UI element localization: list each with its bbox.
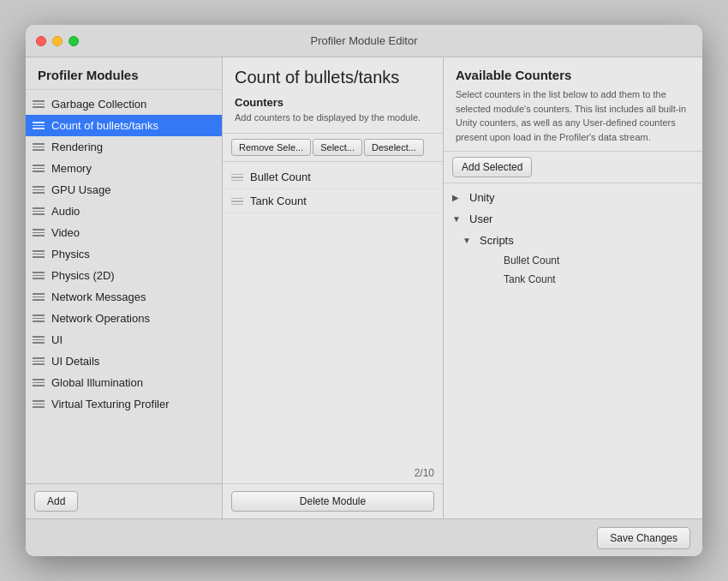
counter-list: Bullet Count Tank Count bbox=[223, 162, 443, 464]
module-item-network-operations[interactable]: Network Operations bbox=[26, 308, 222, 329]
left-panel: Profiler Modules Garbage Collection Coun… bbox=[26, 57, 223, 518]
delete-module-button[interactable]: Delete Module bbox=[231, 491, 434, 512]
module-item-audio[interactable]: Audio bbox=[26, 201, 222, 222]
module-item-gpu-usage[interactable]: GPU Usage bbox=[26, 179, 222, 201]
module-label: Garbage Collection bbox=[51, 98, 146, 111]
tank-count-label: Tank Count bbox=[504, 273, 556, 285]
module-item-video[interactable]: Video bbox=[26, 222, 222, 243]
module-label: Physics (2D) bbox=[51, 269, 115, 282]
module-label: Network Operations bbox=[51, 312, 150, 325]
module-item-global-illumination[interactable]: Global Illumination bbox=[26, 372, 222, 393]
drag-handle-icon bbox=[33, 293, 45, 301]
unity-expand-icon bbox=[452, 193, 466, 202]
profiler-modules-header: Profiler Modules bbox=[26, 57, 222, 90]
module-item-physics[interactable]: Physics bbox=[26, 243, 222, 265]
save-changes-button[interactable]: Save Changes bbox=[597, 527, 690, 549]
module-item-ui[interactable]: UI bbox=[26, 329, 222, 350]
module-label: Count of bullets/tanks bbox=[51, 119, 158, 132]
tree-item-user[interactable]: User bbox=[444, 208, 702, 230]
module-item-network-messages[interactable]: Network Messages bbox=[26, 286, 222, 308]
module-label: UI bbox=[51, 333, 63, 346]
counter-toolbar: Remove Sele... Select... Deselect... bbox=[223, 134, 443, 162]
right-toolbar: Add Selected bbox=[444, 152, 702, 183]
deselect-button[interactable]: Deselect... bbox=[364, 139, 424, 156]
unity-label: Unity bbox=[469, 191, 495, 204]
module-label: Physics bbox=[51, 248, 90, 261]
drag-handle-icon bbox=[33, 357, 45, 365]
scripts-label: Scripts bbox=[480, 234, 514, 247]
module-label: GPU Usage bbox=[51, 183, 110, 196]
drag-handle-icon bbox=[33, 229, 45, 237]
drag-handle-icon bbox=[33, 272, 45, 279]
user-label: User bbox=[469, 213, 492, 225]
drag-handle-icon bbox=[33, 250, 45, 258]
right-panel: Available Counters Select counters in th… bbox=[444, 57, 702, 518]
drag-handle-icon bbox=[33, 165, 45, 172]
remove-selected-button[interactable]: Remove Sele... bbox=[231, 139, 311, 156]
drag-handle-icon bbox=[33, 100, 45, 108]
drag-handle-icon bbox=[33, 336, 45, 344]
window-title: Profiler Module Editor bbox=[311, 34, 418, 47]
counter-label: Tank Count bbox=[250, 195, 307, 207]
module-list: Garbage Collection Count of bullets/tank… bbox=[26, 90, 222, 483]
main-content: Profiler Modules Garbage Collection Coun… bbox=[26, 57, 702, 518]
counter-item[interactable]: Bullet Count bbox=[223, 165, 443, 189]
maximize-button[interactable] bbox=[69, 36, 79, 46]
drag-handle-icon bbox=[33, 314, 45, 322]
module-label: Global Illumination bbox=[51, 376, 143, 389]
main-window: Profiler Module Editor Profiler Modules … bbox=[26, 25, 702, 556]
module-title: Count of bullets/tanks bbox=[235, 68, 431, 87]
counter-item[interactable]: Tank Count bbox=[223, 189, 443, 213]
minimize-button[interactable] bbox=[52, 36, 63, 46]
bottom-bar: Save Changes bbox=[26, 518, 702, 556]
counters-description: Add counters to be displayed by the modu… bbox=[235, 111, 431, 124]
module-item-count-bullets-tanks[interactable]: Count of bullets/tanks bbox=[26, 115, 222, 136]
middle-panel: Count of bullets/tanks Counters Add coun… bbox=[223, 57, 444, 518]
available-counters-title: Available Counters bbox=[456, 68, 690, 82]
drag-handle-icon bbox=[33, 122, 45, 129]
middle-header: Count of bullets/tanks Counters Add coun… bbox=[223, 57, 443, 134]
drag-handle-icon bbox=[33, 143, 45, 151]
available-counters-description: Select counters in the list below to add… bbox=[456, 87, 690, 144]
drag-handle-icon bbox=[231, 198, 243, 206]
module-item-ui-details[interactable]: UI Details bbox=[26, 350, 222, 372]
left-panel-footer: Add bbox=[26, 483, 222, 518]
module-label: Network Messages bbox=[51, 290, 146, 303]
module-label: Virtual Texturing Profiler bbox=[51, 398, 170, 410]
right-header: Available Counters Select counters in th… bbox=[444, 57, 702, 152]
tree-leaf-tank-count[interactable]: Tank Count bbox=[444, 270, 702, 289]
tree-item-scripts[interactable]: Scripts bbox=[444, 230, 702, 251]
module-label: Audio bbox=[51, 205, 80, 218]
counter-label: Bullet Count bbox=[250, 171, 311, 183]
module-label: Video bbox=[51, 226, 80, 239]
module-label: Memory bbox=[51, 162, 92, 175]
bullet-count-label: Bullet Count bbox=[504, 255, 559, 267]
drag-handle-icon bbox=[33, 400, 45, 408]
middle-footer: Delete Module bbox=[223, 483, 443, 518]
drag-handle-icon bbox=[33, 207, 45, 215]
add-module-button[interactable]: Add bbox=[34, 491, 78, 512]
user-expand-icon bbox=[452, 214, 466, 224]
module-item-garbage-collection[interactable]: Garbage Collection bbox=[26, 93, 222, 115]
module-label: UI Details bbox=[51, 355, 99, 368]
scripts-expand-icon bbox=[462, 236, 476, 245]
counters-label: Counters bbox=[235, 96, 431, 109]
drag-handle-icon bbox=[231, 174, 243, 182]
module-item-rendering[interactable]: Rendering bbox=[26, 136, 222, 158]
drag-handle-icon bbox=[33, 379, 45, 386]
module-item-physics-2d[interactable]: Physics (2D) bbox=[26, 265, 222, 286]
traffic-lights bbox=[36, 36, 79, 46]
add-selected-button[interactable]: Add Selected bbox=[452, 157, 532, 177]
close-button[interactable] bbox=[36, 36, 46, 46]
drag-handle-icon bbox=[33, 186, 45, 194]
module-label: Rendering bbox=[51, 141, 103, 153]
tree-leaf-bullet-count[interactable]: Bullet Count bbox=[444, 251, 702, 270]
counter-count: 2/10 bbox=[415, 467, 434, 479]
tree-item-unity[interactable]: Unity bbox=[444, 187, 702, 208]
titlebar: Profiler Module Editor bbox=[26, 25, 702, 57]
select-button[interactable]: Select... bbox=[313, 139, 362, 156]
counter-tree: Unity User Scripts Bullet Count bbox=[444, 183, 702, 518]
module-item-virtual-texturing[interactable]: Virtual Texturing Profiler bbox=[26, 393, 222, 415]
module-item-memory[interactable]: Memory bbox=[26, 158, 222, 179]
